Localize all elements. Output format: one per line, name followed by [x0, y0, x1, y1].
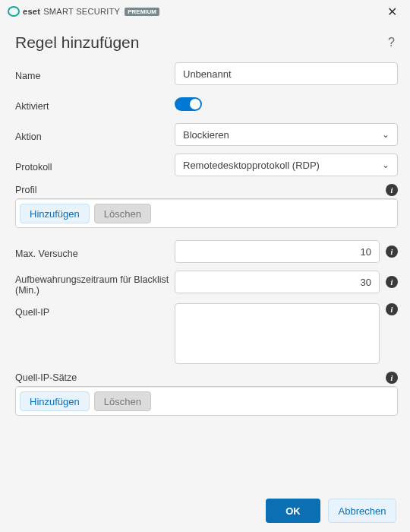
- max-attempts-input[interactable]: [175, 240, 380, 263]
- label-name: Name: [15, 67, 175, 81]
- titlebar: eset SMART SECURITY PREMIUM ✕: [0, 0, 410, 23]
- row-protocol: Protokoll Remotedesktopprotokoll (RDP) ⌄: [15, 154, 398, 176]
- cancel-button[interactable]: Abbrechen: [328, 499, 396, 523]
- chevron-down-icon: ⌄: [382, 160, 390, 170]
- profile-add-button[interactable]: Hinzufügen: [20, 204, 90, 223]
- dialog-window: eset SMART SECURITY PREMIUM ✕ Regel hinz…: [0, 0, 410, 532]
- close-button[interactable]: ✕: [381, 1, 402, 22]
- row-blacklist: Aufbewahrungszeitraum für Blacklist (Min…: [15, 271, 398, 296]
- svg-point-0: [8, 7, 19, 16]
- profile-delete-button[interactable]: Löschen: [94, 204, 151, 223]
- info-icon[interactable]: i: [386, 276, 398, 288]
- close-icon: ✕: [387, 5, 397, 19]
- label-enabled: Aktiviert: [15, 97, 175, 112]
- header: Regel hinzufügen ?: [0, 23, 410, 58]
- brand-badge: PREMIUM: [125, 8, 159, 16]
- label-protocol: Protokoll: [15, 158, 175, 173]
- action-select-value: Blockieren: [183, 129, 382, 141]
- row-source-ip-sets-heading: Quell-IP-Sätze i: [15, 372, 398, 384]
- row-profile-heading: Profil i: [15, 184, 398, 196]
- chevron-down-icon: ⌄: [382, 129, 390, 140]
- profile-list-actions: Hinzufügen Löschen: [16, 199, 397, 227]
- help-button[interactable]: ?: [388, 36, 395, 49]
- source-ip-sets-list: Hinzufügen Löschen: [15, 386, 398, 416]
- info-icon[interactable]: i: [386, 184, 398, 196]
- page-title: Regel hinzufügen: [15, 33, 388, 52]
- source-ip-sets-actions: Hinzufügen Löschen: [16, 387, 397, 415]
- ok-button[interactable]: OK: [266, 499, 320, 523]
- label-source-ip-sets: Quell-IP-Sätze: [15, 372, 77, 383]
- dialog-footer: OK Abbrechen: [0, 489, 410, 532]
- brand-eset: eset: [23, 7, 40, 16]
- label-profile: Profil: [15, 185, 36, 195]
- row-name: Name: [15, 62, 398, 85]
- enabled-toggle[interactable]: [175, 97, 202, 111]
- info-icon[interactable]: i: [386, 303, 398, 315]
- label-action: Aktion: [15, 128, 175, 142]
- name-input[interactable]: [175, 62, 398, 85]
- toggle-knob: [190, 99, 200, 109]
- profile-list: Hinzufügen Löschen: [15, 198, 398, 228]
- row-max-attempts: Max. Versuche i: [15, 240, 398, 263]
- row-source-ip: Quell-IP i: [15, 303, 398, 364]
- help-icon: ?: [388, 36, 395, 49]
- brand: eset SMART SECURITY PREMIUM: [8, 5, 159, 17]
- blacklist-input[interactable]: [175, 271, 380, 293]
- ipsets-add-button[interactable]: Hinzufügen: [20, 391, 90, 411]
- ipsets-delete-button[interactable]: Löschen: [94, 391, 151, 411]
- label-blacklist: Aufbewahrungszeitraum für Blacklist (Min…: [15, 271, 175, 296]
- label-max-attempts: Max. Versuche: [15, 245, 175, 259]
- brand-product: SMART SECURITY: [43, 7, 120, 16]
- protocol-select[interactable]: Remotedesktopprotokoll (RDP) ⌄: [175, 154, 398, 176]
- protocol-select-value: Remotedesktopprotokoll (RDP): [183, 160, 382, 171]
- row-action: Aktion Blockieren ⌄: [15, 123, 398, 146]
- label-source-ip: Quell-IP: [15, 303, 175, 318]
- action-select[interactable]: Blockieren ⌄: [175, 123, 398, 146]
- source-ip-textarea[interactable]: [175, 303, 380, 364]
- eset-logo-icon: [8, 5, 20, 17]
- row-enabled: Aktiviert: [15, 93, 398, 116]
- info-icon[interactable]: i: [386, 245, 398, 258]
- dialog-body: Name Aktiviert Aktion Blockieren ⌄: [0, 58, 410, 489]
- info-icon[interactable]: i: [386, 372, 398, 384]
